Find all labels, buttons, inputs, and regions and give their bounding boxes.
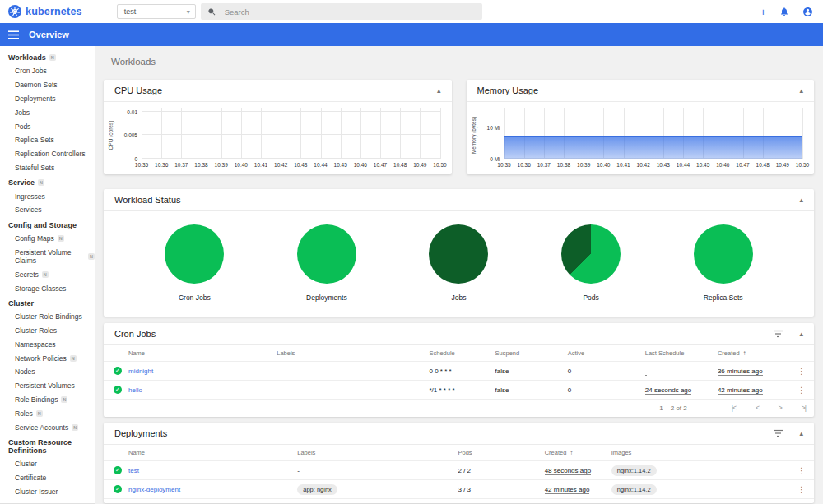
sidebar-item-replica-sets[interactable]: Replica Sets [0,133,95,147]
row-actions-kebab-icon[interactable]: ⋮ [789,485,814,494]
column-header-name[interactable]: Name [128,449,297,456]
sidebar-item-config-maps[interactable]: Config MapsN [0,232,95,246]
filter-icon[interactable] [774,330,783,338]
column-header-schedule[interactable]: Schedule [429,349,495,357]
cell-last-schedule: 24 seconds ago [645,386,718,394]
sidebar-section-config-and-storage[interactable]: Config and Storage [0,217,95,232]
x-axis-tick: 10:46 [716,162,729,168]
sidebar-item-storage-classes[interactable]: Storage Classes [0,281,95,295]
filter-icon[interactable] [774,429,783,437]
cell-labels: app: nginx [297,484,458,495]
sidebar-item-cluster[interactable]: Cluster [0,457,95,471]
first-page-icon[interactable]: |< [732,404,736,412]
sidebar-item-nodes[interactable]: Nodes [0,365,95,379]
namespace-selector[interactable]: test ▾ [117,4,196,19]
workload-status-deployments: Deployments [265,224,388,302]
sidebar-item-label: Pods [15,123,30,131]
sidebar-item-replication-controllers[interactable]: Replication Controllers [0,147,95,161]
pie-chart-deployments[interactable] [297,224,356,284]
sidebar-item-persistent-volume-claims[interactable]: Persistent Volume ClaimsN [0,246,95,268]
gridline-vertical [341,108,342,159]
search-input[interactable] [225,7,476,16]
prev-page-icon[interactable]: < [756,404,759,412]
collapse-arrow-icon[interactable]: ▴ [437,86,441,95]
collapse-arrow-icon[interactable]: ▴ [799,196,803,204]
collapse-arrow-icon[interactable]: ▴ [799,429,803,437]
pie-chart-jobs[interactable] [429,224,488,284]
row-actions-kebab-icon[interactable]: ⋮ [789,466,814,475]
sidebar-section-label: Custom Resource Definitions [8,438,95,455]
sidebar-item-persistent-volumes[interactable]: Persistent Volumes [0,379,95,393]
column-header-labels[interactable]: Labels [297,449,458,456]
column-header-active[interactable]: Active [568,349,645,357]
relative-time: 48 seconds ago [545,467,592,475]
sidebar-item-label: Replica Sets [15,136,54,144]
sidebar-item-roles[interactable]: RolesN [0,406,95,420]
collapse-arrow-icon[interactable]: ▴ [799,330,803,338]
status-ok-check-icon: ✓ [114,386,122,394]
cron-jobs-pagination: 1 – 2 of 2 |< < > >| [104,400,814,416]
sidebar-item-jobs[interactable]: Jobs [0,105,95,119]
gridline-vertical [181,108,182,159]
deployment-name-link[interactable]: test [128,467,297,474]
namespaced-badge: N [36,410,43,417]
x-axis-tick: 10:43 [294,162,307,168]
column-header-suspend[interactable]: Suspend [495,349,568,357]
column-header-pods[interactable]: Pods [458,449,544,456]
hamburger-menu-icon[interactable] [8,30,19,39]
column-header-name[interactable]: Name [128,349,277,357]
sidebar-item-pods[interactable]: Pods [0,119,95,133]
sidebar-item-certificate[interactable]: Certificate [0,471,95,485]
pie-chart-cron-jobs[interactable] [165,224,224,284]
sidebar-item-cron-jobs[interactable]: Cron Jobs [0,64,95,78]
sidebar-item-namespaces[interactable]: Namespaces [0,338,95,352]
pie-chart-pods[interactable] [561,224,621,284]
column-header-label: Suspend [495,349,520,357]
sidebar-item-daemon-sets[interactable]: Daemon Sets [0,78,95,92]
sidebar-item-cluster-role-bindings[interactable]: Cluster Role Bindings [0,310,95,324]
sidebar-item-stateful-sets[interactable]: Stateful Sets [0,160,95,174]
row-actions-kebab-icon[interactable]: ⋮ [789,386,814,395]
sidebar-item-network-policies[interactable]: Network PoliciesN [0,351,95,365]
pie-chart-replica-sets[interactable] [694,224,753,284]
cron-job-name-link[interactable]: midnight [128,368,277,375]
deployment-name-link[interactable]: nginx-deployment [128,486,297,493]
sidebar-section-service[interactable]: ServiceN [0,174,95,189]
notifications-bell-icon[interactable] [779,7,789,16]
column-header-created[interactable]: Created↑ [718,349,789,357]
workload-status-pies: Cron JobsDeploymentsJobsPodsReplica Sets [104,211,814,302]
row-actions-kebab-icon[interactable]: ⋮ [789,367,814,376]
x-axis-tick: 10:40 [235,162,248,168]
next-page-icon[interactable]: > [779,404,782,412]
sidebar-item-service-accounts[interactable]: Service AccountsN [0,420,95,434]
cell-created: 36 minutes ago [718,368,789,375]
sidebar-item-deployments[interactable]: Deployments [0,92,95,106]
collapse-arrow-icon[interactable]: ▴ [799,86,803,95]
sidebar-item-secrets[interactable]: SecretsN [0,267,95,281]
last-page-icon[interactable]: >| [802,404,806,412]
sidebar-item-ingresses[interactable]: Ingresses [0,189,95,203]
sidebar-section-cluster[interactable]: Cluster [0,295,95,310]
column-header-created[interactable]: Created↑ [545,449,611,456]
sidebar-item-role-bindings[interactable]: Role BindingsN [0,393,95,407]
sidebar-item-services[interactable]: Services [0,203,95,217]
cell-suspend: false [495,386,568,394]
search-bar[interactable] [201,3,482,20]
cron-job-name-link[interactable]: hello [128,386,277,394]
column-header-images[interactable]: Images [611,449,789,456]
gridline-horizontal [142,158,440,159]
status-ok-check-icon: ✓ [114,367,122,375]
kubernetes-brand[interactable]: kubernetes [8,5,82,18]
create-resource-button[interactable]: + [760,7,766,17]
namespace-value: test [124,7,137,16]
sidebar-section-custom-resource-definitions[interactable]: Custom Resource Definitions [0,434,95,457]
sidebar-item-cluster-issuer[interactable]: Cluster Issuer [0,485,95,499]
user-account-icon[interactable] [802,7,813,17]
cell-pods: 3 / 3 [458,486,544,493]
column-header-labels[interactable]: Labels [277,349,429,357]
sidebar-item-cluster-roles[interactable]: Cluster Roles [0,324,95,338]
x-axis-tick: 10:38 [194,162,207,168]
sidebar-section-workloads[interactable]: WorkloadsN [0,49,95,64]
column-header-last-schedule[interactable]: Last Schedule [645,349,718,357]
cron-jobs-tools: ▴ [774,330,803,338]
